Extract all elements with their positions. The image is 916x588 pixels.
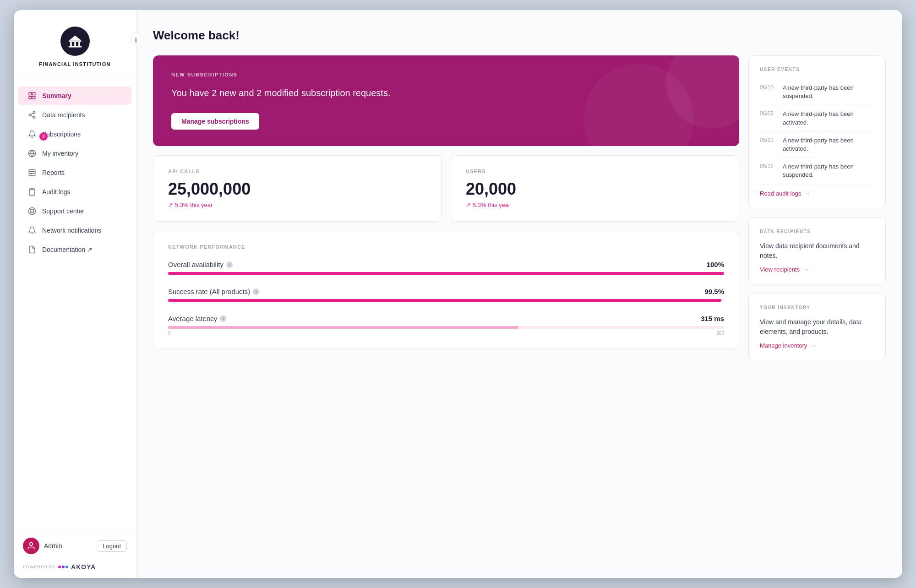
event-item-3: 05/21 A new third-party has been activat… [760,132,874,158]
your-inventory-card: YOUR INVENTORY View and manage your deta… [748,294,886,360]
arrow-right-icon-3: → [810,342,816,349]
latency-bar-bg [168,326,724,329]
view-recipients-link[interactable]: View recipients → [760,266,874,273]
doc-icon [27,245,37,254]
svg-line-25 [33,212,34,213]
logout-button[interactable]: Logout [97,540,127,552]
sidebar-item-summary[interactable]: Summary [18,87,131,105]
sidebar-item-network-notifications[interactable]: Network notifications [18,221,131,240]
table-icon [27,168,37,177]
sidebar-item-data-recipients[interactable]: Data recipients [18,106,131,124]
latency-header: Average latency i 315 ms [168,315,724,322]
users-label: USERS [466,169,724,174]
sidebar-item-support-center[interactable]: Support center [18,202,131,220]
api-calls-change: ↗ 5.3% this year [168,201,426,208]
sidebar-nav: Summary Data recipients 2 Subscriptions [14,78,136,530]
latency-value: 315 ms [701,315,724,322]
your-inventory-description: View and manage your details, data eleme… [760,317,874,337]
users-value: 20,000 [466,180,724,199]
data-recipients-card: DATA RECIPIENTS View data recipient docu… [748,218,886,284]
svg-rect-4 [68,46,82,48]
clipboard-icon [27,187,37,196]
bell-icon [27,226,37,235]
sidebar: ‖ FINANCIAL INSTITUTION Summ [14,10,136,578]
sidebar-footer: Admin Logout POWERED BY akoya [14,530,136,578]
availability-value: 100% [707,261,724,268]
svg-point-12 [33,116,35,119]
svg-rect-2 [74,42,76,46]
bell-dot-icon: 2 [27,130,37,139]
globe-icon [27,149,37,158]
event-date-1: 06/10 [760,84,779,100]
svg-point-23 [31,210,33,212]
institution-logo [60,27,90,56]
arrow-right-icon-2: → [802,266,808,273]
svg-rect-3 [78,42,80,46]
avatar [23,538,39,554]
svg-rect-21 [31,189,33,190]
latency-name: Average latency i [168,315,226,322]
users-change-text: 5.3% this year [473,201,510,208]
subscription-card-label: NEW SUBSCRIPTIONS [171,72,721,77]
success-rate-row: Success rate (All products) i 99.5% [168,288,724,302]
svg-rect-6 [29,93,31,95]
side-column: USER EVENTS 06/10 A new third-party has … [748,55,886,360]
share-icon [27,110,37,120]
svg-rect-0 [69,40,81,42]
user-events-card: USER EVENTS 06/10 A new third-party has … [748,55,886,208]
main-content: Welcome back! NEW SUBSCRIPTIONS You have… [136,10,902,578]
api-calls-card: API CALLS 25,000,000 ↗ 5.3% this year [153,155,442,222]
sidebar-item-reports[interactable]: Reports [18,163,131,182]
dot-blue [65,566,68,568]
arrow-right-icon: → [804,190,810,197]
sidebar-label-documentation: Documentation ↗ [42,246,93,253]
users-card: USERS 20,000 ↗ 5.3% this year [451,155,739,222]
svg-line-27 [30,212,31,213]
user-row: Admin Logout [23,538,127,554]
api-calls-change-text: 5.3% this year [175,201,213,208]
sidebar-header: FINANCIAL INSTITUTION [14,10,136,78]
main-column: NEW SUBSCRIPTIONS You have 2 new and 2 m… [153,55,739,360]
page-title: Welcome back! [153,28,886,43]
powered-by: POWERED BY akoya [23,563,127,571]
svg-rect-8 [29,97,31,99]
availability-bar-bg [168,272,724,275]
read-audit-logs-link[interactable]: Read audit logs → [760,190,874,197]
event-item-4: 05/12 A new third-party has been suspend… [760,158,874,184]
success-rate-info-icon[interactable]: i [253,289,259,295]
sidebar-item-subscriptions[interactable]: 2 Subscriptions [18,125,131,143]
manage-inventory-link[interactable]: Manage inventory → [760,342,874,349]
success-rate-name: Success rate (All products) i [168,288,259,295]
svg-rect-17 [29,169,35,176]
success-rate-value: 99.5% [704,288,724,295]
trend-up-icon-2: ↗ [466,201,471,208]
event-text-2: A new third-party has been activated. [783,110,874,126]
manage-subscriptions-button[interactable]: Manage subscriptions [171,113,259,130]
success-rate-header: Success rate (All products) i 99.5% [168,288,724,295]
sidebar-label-my-inventory: My inventory [42,150,78,157]
collapse-sidebar-button[interactable]: ‖ [130,33,142,46]
sidebar-item-my-inventory[interactable]: My inventory [18,144,131,163]
event-item-1: 06/10 A new third-party has been suspend… [760,79,874,105]
latency-bar-labels: 0 500 [168,331,724,336]
event-text-3: A new third-party has been activated. [783,136,874,153]
data-recipients-title: DATA RECIPIENTS [760,229,874,234]
content-grid: NEW SUBSCRIPTIONS You have 2 new and 2 m… [153,55,886,360]
availability-info-icon[interactable]: i [226,261,233,268]
svg-point-28 [30,543,33,546]
availability-bar-fill [168,272,724,275]
svg-line-13 [31,115,33,117]
sidebar-item-documentation[interactable]: Documentation ↗ [18,240,131,259]
your-inventory-title: YOUR INVENTORY [760,305,874,310]
dot-pink [58,566,61,568]
success-rate-bar-fill [168,299,721,302]
svg-rect-7 [33,93,35,95]
grid-icon [27,91,37,100]
svg-line-14 [31,113,33,114]
akoya-logo: akoya [58,563,96,571]
svg-rect-1 [70,42,72,46]
sidebar-label-subscriptions: Subscriptions [42,131,81,138]
sidebar-item-audit-logs[interactable]: Audit logs [18,183,131,201]
data-recipients-description: View data recipient documents and notes. [760,241,874,261]
latency-info-icon[interactable]: i [220,316,226,322]
